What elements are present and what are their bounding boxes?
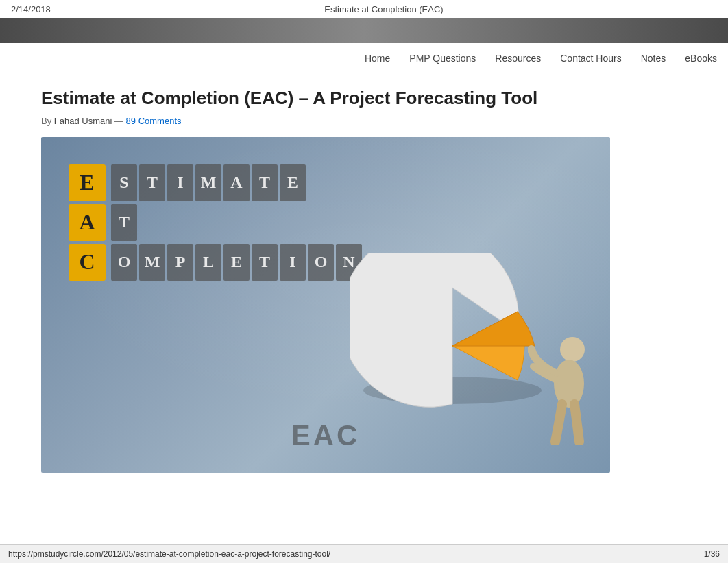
eac-p: P — [167, 244, 193, 281]
pie-chart-area — [350, 253, 555, 445]
eac-m2: M — [139, 244, 165, 281]
eac-s: S — [111, 164, 137, 201]
eac-e2: E — [280, 164, 306, 201]
eac-t3: T — [111, 204, 137, 241]
eac-o2: O — [308, 244, 334, 281]
main-content: Estimate at Completion (EAC) – A Project… — [0, 73, 672, 486]
eac-word-ompletion: O M P L E T I O N — [111, 244, 362, 281]
nav-notes[interactable]: Notes — [641, 53, 666, 64]
eac-i: I — [167, 164, 193, 201]
article-comments[interactable]: 89 Comments — [126, 116, 182, 126]
article-meta: By Fahad Usmani — 89 Comments — [41, 116, 644, 126]
pie-chart-svg — [350, 253, 555, 445]
eac-t1: T — [139, 164, 165, 201]
eac-word-stimate: S T I M A T E — [111, 164, 306, 201]
eac-l: L — [195, 244, 221, 281]
nav-home[interactable]: Home — [365, 53, 390, 64]
figure-svg — [528, 336, 590, 445]
nav-contact-hours[interactable]: Contact Hours — [560, 53, 621, 64]
eac-t2: T — [252, 164, 278, 201]
nav-bar — [0, 18, 728, 43]
eac-letter-e: E — [69, 164, 106, 201]
menu-bar: Home PMP Questions Resources Contact Hou… — [0, 43, 728, 73]
page-title-top: Estimate at Completion (EAC) — [324, 4, 443, 14]
status-page-count: 1/36 — [704, 549, 720, 559]
nav-resources[interactable]: Resources — [495, 53, 541, 64]
eac-row-a: A T — [69, 204, 362, 241]
eac-i2: I — [280, 244, 306, 281]
eac-t4: T — [252, 244, 278, 281]
eac-word-t: T — [111, 204, 137, 241]
nav-pmp-questions[interactable]: PMP Questions — [409, 53, 476, 64]
eac-m: M — [195, 164, 221, 201]
date-label: 2/14/2018 — [11, 4, 51, 14]
eac-e3: E — [223, 244, 250, 281]
eac-letter-block: E S T I M A T E A T — [69, 164, 362, 281]
eac-o1: O — [111, 244, 137, 281]
eac-row-c: C O M P L E T I O N — [69, 244, 362, 281]
eac-letter-c: C — [69, 244, 106, 281]
eac-a1: A — [223, 164, 250, 201]
main-nav: Home PMP Questions Resources Contact Hou… — [365, 53, 717, 64]
meta-separator: — — [114, 116, 126, 126]
svg-point-2 — [554, 360, 584, 408]
image-background: E S T I M A T E A T — [41, 137, 610, 473]
figure-person — [528, 336, 590, 438]
top-bar: 2/14/2018 Estimate at Completion (EAC) — [0, 0, 728, 18]
nav-ebooks[interactable]: eBooks — [685, 53, 717, 64]
svg-point-1 — [560, 337, 585, 362]
article-author: Fahad Usmani — [54, 116, 112, 126]
article-image: E S T I M A T E A T — [41, 137, 610, 473]
eac-row-e: E S T I M A T E — [69, 164, 362, 201]
eac-letter-a: A — [69, 204, 106, 241]
status-bar: https://pmstudycircle.com/2012/05/estima… — [0, 544, 728, 563]
article-title: Estimate at Completion (EAC) – A Project… — [41, 87, 644, 110]
status-url: https://pmstudycircle.com/2012/05/estima… — [8, 549, 330, 559]
